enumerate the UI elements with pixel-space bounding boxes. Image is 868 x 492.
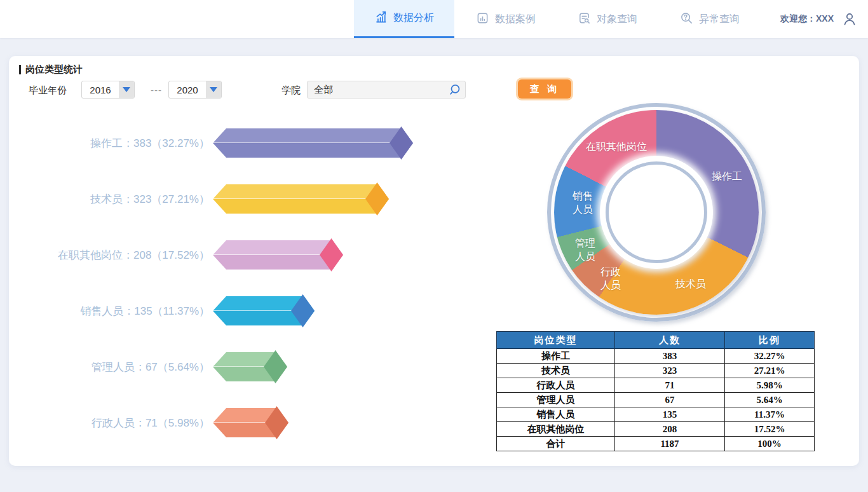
college-input[interactable] [308, 85, 449, 95]
bar-management [213, 352, 287, 381]
bar-chart: 操作工：383（32.27%） 技术员：323（27.21%） 在职其他岗位：2… [19, 115, 477, 451]
donut-chart: 操作工 技术员 行政 人员 管理 人员 销售 人员 在职其他岗位 [547, 103, 766, 322]
statistics-panel: 岗位类型统计 毕业年份 2016 --- 2020 学院 查 询 操作工：383… [9, 56, 859, 466]
bar-label: 技术员：323（27.21%） [19, 192, 210, 207]
welcome-text: 欢迎您：XXX [780, 0, 834, 38]
panel-title: 岗位类型统计 [19, 64, 83, 76]
bar-other-positions [213, 240, 343, 270]
table-header-row: 岗位类型 人数 比例 [497, 332, 815, 349]
bar-row-technician: 技术员：323（27.21%） [19, 171, 477, 227]
bar-admin [213, 408, 288, 437]
analysis-chart-icon [374, 10, 388, 26]
search-button[interactable]: 查 询 [518, 79, 571, 99]
bar-label: 在职其他岗位：208（17.52%） [19, 248, 210, 263]
donut-label-management: 管理 人员 [575, 237, 595, 264]
table-row: 管理人员675.64% [497, 393, 815, 407]
question-search-icon [680, 11, 693, 27]
donut-label-sales: 销售 人员 [573, 190, 593, 217]
donut-label-other: 在职其他岗位 [586, 140, 647, 154]
document-search-icon [578, 11, 591, 27]
col-header-ratio: 比例 [725, 332, 815, 349]
chevron-down-icon[interactable] [206, 81, 221, 98]
year-from-select[interactable]: 2016 [81, 81, 135, 99]
col-header-type: 岗位类型 [497, 332, 615, 349]
tab-object-query[interactable]: 对象查询 [566, 0, 649, 38]
col-header-count: 人数 [615, 332, 725, 349]
donut-label-technician: 技术员 [675, 278, 706, 291]
tab-label: 数据案例 [495, 13, 536, 26]
bar-row-sales: 销售人员：135（11.37%） [19, 283, 477, 339]
bar-body [213, 128, 413, 158]
college-input-wrap [307, 81, 466, 99]
bar-label: 行政人员：71（5.98%） [19, 416, 210, 430]
year-to-select[interactable]: 2020 [168, 81, 222, 99]
bar-technician [213, 184, 389, 214]
bar-label: 管理人员：67（5.64%） [19, 360, 210, 374]
donut-label-admin: 行政 人员 [600, 266, 621, 292]
user-icon[interactable] [841, 11, 858, 27]
table-row: 行政人员715.98% [497, 378, 815, 393]
year-to-value: 2020 [169, 85, 206, 95]
bar-row-management: 管理人员：67（5.64%） [19, 339, 477, 395]
bar-row-other-positions: 在职其他岗位：208（17.52%） [19, 227, 477, 283]
bar-label: 操作工：383（32.27%） [19, 136, 210, 151]
table-row: 操作工38332.27% [497, 349, 815, 364]
bar-row-admin: 行政人员：71（5.98%） [19, 395, 477, 451]
bar-row-operator: 操作工：383（32.27%） [19, 115, 477, 171]
donut-label-operator: 操作工 [712, 170, 742, 184]
tab-data-analysis[interactable]: 数据分析 [354, 0, 454, 38]
bar-label: 销售人员：135（11.37%） [19, 304, 210, 318]
bar-sales [213, 296, 315, 325]
bar-operator [213, 128, 413, 158]
graduation-year-label: 毕业年份 [29, 85, 67, 97]
chevron-down-icon[interactable] [119, 81, 134, 98]
college-label: 学院 [281, 85, 301, 97]
search-icon[interactable] [449, 83, 461, 96]
bar-body [213, 184, 389, 214]
year-range-separator: --- [151, 85, 162, 95]
table-row: 销售人员13511.37% [497, 407, 815, 422]
table-row: 在职其他岗位20817.52% [497, 422, 815, 437]
report-card-icon [476, 11, 489, 27]
donut-inner-ring [606, 161, 707, 263]
title-marker [19, 65, 21, 74]
tab-anomaly-query[interactable]: 异常查询 [668, 0, 751, 38]
top-navigation: 数据分析 数据案例 对象查询 [0, 0, 868, 38]
tab-label: 对象查询 [597, 13, 637, 26]
table-row: 技术员32327.21% [497, 364, 815, 378]
tab-label: 异常查询 [699, 13, 740, 26]
tab-label: 数据分析 [393, 11, 434, 25]
summary-table: 岗位类型 人数 比例 操作工38332.27% 技术员32327.21% 行政人… [496, 331, 815, 451]
table-total-row: 合计1187100% [497, 437, 815, 451]
tab-data-cases[interactable]: 数据案例 [465, 0, 547, 38]
year-from-value: 2016 [82, 85, 119, 95]
